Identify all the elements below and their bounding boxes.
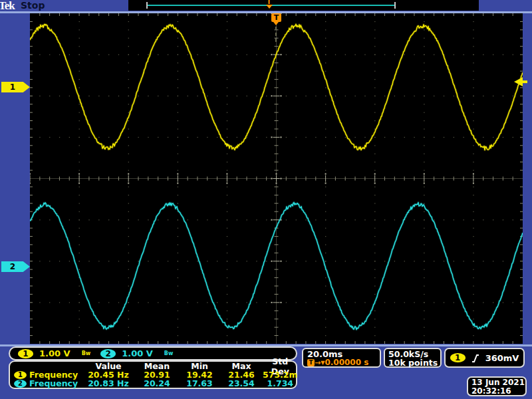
trigger-position-marker-icon[interactable]: T [271,13,281,22]
trigger-readout: 1 360mV [444,348,525,368]
channel-1-ground-marker-icon[interactable]: 1 [1,82,30,92]
trigger-position-dash [275,39,277,42]
oscilloscope-screen: Tek Stop T T 1 2 1 1.00 V Bw 2 1.00 V Bw [0,0,532,399]
channel-readout-bar: 1 1.00 V Bw 2 1.00 V Bw [9,346,297,360]
horizontal-readout: 20.0ms T → ▼ 0.00000 s [302,348,381,368]
channel-1-badge: 1 [18,349,33,358]
channel-1-badge: 1 [14,371,27,379]
graticule-canvas [30,13,523,344]
rising-edge-icon [471,353,479,363]
record-window-right-bracket-icon [394,2,396,9]
trigger-position-dash [275,27,277,30]
channel-2-bandwidth-limit-icon: Bw [164,350,174,356]
channel-2-ground-marker-icon[interactable]: 2 [1,261,30,272]
trigger-position-dash [275,33,277,36]
meas-ch2-value: 20.83 Hz [82,378,135,388]
acquisition-status: Stop [21,0,45,11]
meas-ch2-max: 23.54 [220,378,263,388]
arrow-right-icon: → [315,359,321,366]
trigger-source-badge: 1 [450,353,466,362]
trigger-position-pointer-icon [273,22,279,25]
horizontal-position: T → ▼ 0.00000 s [307,358,380,367]
channel-2-badge: 2 [100,349,116,358]
record-view-strip: T [128,0,479,11]
meas-ch2-min: 17.63 [179,378,220,388]
meas-row-ch2-label: 2 Frequency [11,378,82,388]
trigger-t-icon: T [307,359,315,366]
meas-ch2-stddev: 1.734 [263,378,298,388]
trigger-level: 360mV [485,353,519,363]
acquisition-readout: 50.0kS/s 10k points [384,348,442,368]
datetime-readout: 13 Jun 2021 20:32:16 [467,376,527,396]
waveform-display [30,13,523,344]
record-length: 10k points [388,358,440,367]
top-status-bar: Tek Stop T [0,0,532,11]
channel-1-scale: 1.00 V [39,348,70,358]
meas-ch2-mean: 20.24 [135,378,179,388]
time-value: 20:32:16 [471,387,525,396]
trigger-level-arrow-tail [521,80,527,83]
measurements-table: Value Mean Min Max Std Dev 1 Frequency 2… [9,360,297,389]
horizontal-position-value: 0.00000 s [325,358,368,367]
record-trigger-position-icon: T [265,0,273,9]
channel-2-scale: 1.00 V [122,348,153,358]
channel-1-bandwidth-limit-icon: Bw [82,350,91,356]
channel-2-badge: 2 [14,380,27,388]
